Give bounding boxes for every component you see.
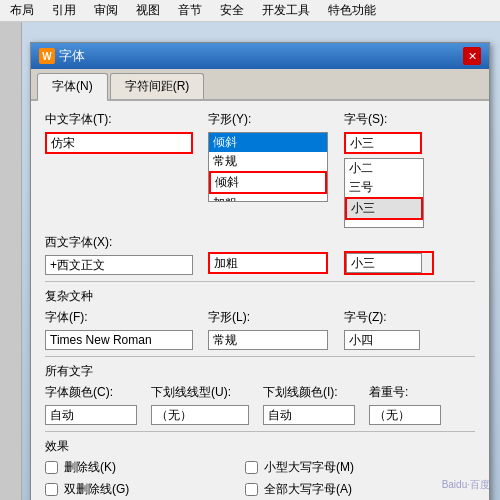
size-listbox[interactable]: 小二 三号 小三 <box>344 158 424 228</box>
complex-font-section-label: 复杂文种 <box>45 288 475 305</box>
underline-style-select-wrapper: （无） <box>151 405 257 425</box>
western-style-select-wrapper: 加粗 <box>208 252 336 274</box>
menu-item-dev[interactable]: 开发工具 <box>256 0 316 21</box>
font-color-label: 字体颜色(C): <box>45 384 145 401</box>
title-bar-left: W 字体 <box>39 47 85 65</box>
style-listbox[interactable]: 倾斜 常规 倾斜 加粗 <box>208 132 328 202</box>
dialog-backdrop: W 字体 ✕ 字体(N) 字符间距(R) 中文字体(T): 仿宋 <box>0 22 500 500</box>
emphasis-label: 着重号: <box>369 384 449 401</box>
divider-3 <box>45 431 475 432</box>
font-dialog: W 字体 ✕ 字体(N) 字符间距(R) 中文字体(T): 仿宋 <box>30 42 490 500</box>
style-item-italic-top[interactable]: 倾斜 <box>209 133 327 152</box>
menu-item-phonetic[interactable]: 音节 <box>172 0 208 21</box>
small-caps-label: 小型大写字母(M) <box>264 459 354 476</box>
size-item-xiaor[interactable]: 小二 <box>345 159 423 178</box>
underline-style-select[interactable]: （无） <box>151 405 249 425</box>
font-color-select-wrapper: 自动 <box>45 405 145 425</box>
dialog-content: 中文字体(T): 仿宋 字形(Y): 倾斜 常规 倾斜 加粗 <box>31 101 489 500</box>
strikethrough-row: 删除线(K) <box>45 459 225 476</box>
chinese-font-select[interactable]: 仿宋 <box>45 132 193 154</box>
tab-font[interactable]: 字体(N) <box>37 73 108 101</box>
menu-item-review[interactable]: 审阅 <box>88 0 124 21</box>
western-size-select-wrapper: 小三 <box>344 251 434 275</box>
divider-1 <box>45 281 475 282</box>
chinese-font-label: 中文字体(T): <box>45 111 200 128</box>
chinese-font-select-wrapper: 仿宋 <box>45 132 200 154</box>
style-item-bold[interactable]: 加粗 <box>209 194 327 202</box>
strikethrough-checkbox[interactable] <box>45 461 58 474</box>
small-caps-row: 小型大写字母(M) <box>245 459 445 476</box>
complex-size-label: 字号(Z): <box>344 309 434 326</box>
font-color-select[interactable]: 自动 <box>45 405 137 425</box>
menu-item-security[interactable]: 安全 <box>214 0 250 21</box>
size-item-san[interactable]: 三号 <box>345 178 423 197</box>
underline-color-label: 下划线颜色(I): <box>263 384 363 401</box>
strikethrough-label: 删除线(K) <box>64 459 116 476</box>
western-style-select[interactable]: 加粗 <box>208 252 328 274</box>
underline-style-label: 下划线线型(U): <box>151 384 257 401</box>
western-size-select[interactable]: 小三 <box>346 253 422 273</box>
menu-item-feature[interactable]: 特色功能 <box>322 0 382 21</box>
dialog-title: 字体 <box>59 47 85 65</box>
double-strikethrough-checkbox[interactable] <box>45 483 58 496</box>
menu-bar: 布局 引用 审阅 视图 音节 安全 开发工具 特色功能 <box>0 0 500 22</box>
all-caps-row: 全部大写字母(A) <box>245 481 445 498</box>
complex-style-select[interactable]: 常规 <box>208 330 328 350</box>
size-input[interactable] <box>344 132 422 154</box>
emphasis-select-wrapper: （无） <box>369 405 449 425</box>
style-item-regular[interactable]: 常规 <box>209 152 327 171</box>
emphasis-select[interactable]: （无） <box>369 405 441 425</box>
divider-2 <box>45 356 475 357</box>
small-caps-checkbox[interactable] <box>245 461 258 474</box>
complex-size-select-wrapper: 小四 <box>344 330 434 350</box>
size-item-xiaosan[interactable]: 小三 <box>345 197 423 220</box>
word-icon: W <box>39 48 55 64</box>
all-text-section-label: 所有文字 <box>45 363 475 380</box>
underline-color-select-wrapper: 自动 <box>263 405 363 425</box>
complex-font-label: 字体(F): <box>45 309 200 326</box>
menu-item-layout[interactable]: 布局 <box>4 0 40 21</box>
complex-font-select-wrapper: Times New Roman <box>45 330 200 350</box>
watermark: Baidu·百度 <box>442 478 490 492</box>
menu-item-view[interactable]: 视图 <box>130 0 166 21</box>
complex-size-select[interactable]: 小四 <box>344 330 420 350</box>
complex-font-select[interactable]: Times New Roman <box>45 330 193 350</box>
menu-item-reference[interactable]: 引用 <box>46 0 82 21</box>
style-item-italic[interactable]: 倾斜 <box>209 171 327 194</box>
effects-section-label: 效果 <box>45 438 475 455</box>
all-caps-label: 全部大写字母(A) <box>264 481 352 498</box>
complex-style-select-wrapper: 常规 <box>208 330 336 350</box>
western-font-label: 西文字体(X): <box>45 234 200 251</box>
title-bar: W 字体 ✕ <box>31 43 489 69</box>
all-caps-checkbox[interactable] <box>245 483 258 496</box>
style-label: 字形(Y): <box>208 111 336 128</box>
complex-style-label: 字形(L): <box>208 309 336 326</box>
underline-color-select[interactable]: 自动 <box>263 405 355 425</box>
western-font-select-wrapper: +西文正文 <box>45 255 200 275</box>
double-strikethrough-row: 双删除线(G) <box>45 481 225 498</box>
western-font-select[interactable]: +西文正文 <box>45 255 193 275</box>
size-label: 字号(S): <box>344 111 434 128</box>
tab-bar: 字体(N) 字符间距(R) <box>31 69 489 101</box>
close-button[interactable]: ✕ <box>463 47 481 65</box>
sidebar-strip <box>0 22 22 500</box>
double-strikethrough-label: 双删除线(G) <box>64 481 129 498</box>
tab-spacing[interactable]: 字符间距(R) <box>110 73 205 99</box>
